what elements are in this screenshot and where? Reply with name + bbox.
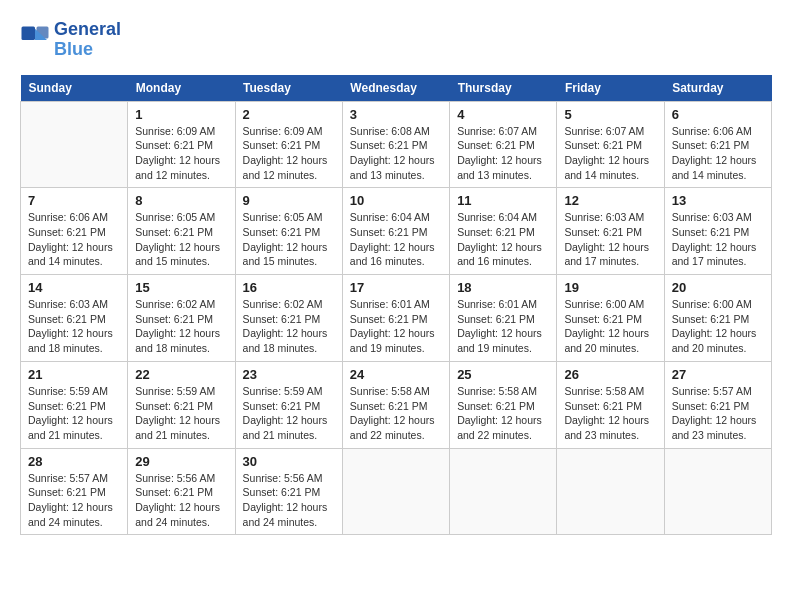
day-info: Sunrise: 5:58 AMSunset: 6:21 PMDaylight:… [350, 384, 442, 443]
day-number: 6 [672, 107, 764, 122]
day-info: Sunrise: 6:08 AMSunset: 6:21 PMDaylight:… [350, 124, 442, 183]
calendar-cell: 21Sunrise: 5:59 AMSunset: 6:21 PMDayligh… [21, 361, 128, 448]
calendar-cell: 24Sunrise: 5:58 AMSunset: 6:21 PMDayligh… [342, 361, 449, 448]
calendar-cell: 14Sunrise: 6:03 AMSunset: 6:21 PMDayligh… [21, 275, 128, 362]
svg-rect-0 [22, 26, 36, 40]
day-info: Sunrise: 6:06 AMSunset: 6:21 PMDaylight:… [672, 124, 764, 183]
calendar-week-row: 14Sunrise: 6:03 AMSunset: 6:21 PMDayligh… [21, 275, 772, 362]
calendar-cell [21, 101, 128, 188]
calendar-table: SundayMondayTuesdayWednesdayThursdayFrid… [20, 75, 772, 536]
day-number: 25 [457, 367, 549, 382]
day-number: 16 [243, 280, 335, 295]
calendar-cell: 29Sunrise: 5:56 AMSunset: 6:21 PMDayligh… [128, 448, 235, 535]
calendar-cell [450, 448, 557, 535]
day-info: Sunrise: 6:02 AMSunset: 6:21 PMDaylight:… [243, 297, 335, 356]
day-number: 20 [672, 280, 764, 295]
day-number: 17 [350, 280, 442, 295]
day-number: 27 [672, 367, 764, 382]
calendar-cell: 12Sunrise: 6:03 AMSunset: 6:21 PMDayligh… [557, 188, 664, 275]
weekday-header: Monday [128, 75, 235, 102]
day-info: Sunrise: 5:56 AMSunset: 6:21 PMDaylight:… [243, 471, 335, 530]
calendar-cell: 9Sunrise: 6:05 AMSunset: 6:21 PMDaylight… [235, 188, 342, 275]
day-info: Sunrise: 6:03 AMSunset: 6:21 PMDaylight:… [564, 210, 656, 269]
day-number: 28 [28, 454, 120, 469]
calendar-cell: 22Sunrise: 5:59 AMSunset: 6:21 PMDayligh… [128, 361, 235, 448]
day-info: Sunrise: 5:56 AMSunset: 6:21 PMDaylight:… [135, 471, 227, 530]
calendar-cell: 16Sunrise: 6:02 AMSunset: 6:21 PMDayligh… [235, 275, 342, 362]
day-number: 15 [135, 280, 227, 295]
day-info: Sunrise: 5:57 AMSunset: 6:21 PMDaylight:… [28, 471, 120, 530]
day-number: 2 [243, 107, 335, 122]
day-info: Sunrise: 6:09 AMSunset: 6:21 PMDaylight:… [135, 124, 227, 183]
calendar-cell: 7Sunrise: 6:06 AMSunset: 6:21 PMDaylight… [21, 188, 128, 275]
calendar-week-row: 7Sunrise: 6:06 AMSunset: 6:21 PMDaylight… [21, 188, 772, 275]
calendar-cell: 23Sunrise: 5:59 AMSunset: 6:21 PMDayligh… [235, 361, 342, 448]
day-info: Sunrise: 6:01 AMSunset: 6:21 PMDaylight:… [457, 297, 549, 356]
calendar-week-row: 28Sunrise: 5:57 AMSunset: 6:21 PMDayligh… [21, 448, 772, 535]
day-info: Sunrise: 5:58 AMSunset: 6:21 PMDaylight:… [564, 384, 656, 443]
calendar-cell: 8Sunrise: 6:05 AMSunset: 6:21 PMDaylight… [128, 188, 235, 275]
calendar-cell: 17Sunrise: 6:01 AMSunset: 6:21 PMDayligh… [342, 275, 449, 362]
weekday-header: Tuesday [235, 75, 342, 102]
day-number: 14 [28, 280, 120, 295]
day-info: Sunrise: 6:01 AMSunset: 6:21 PMDaylight:… [350, 297, 442, 356]
day-info: Sunrise: 6:02 AMSunset: 6:21 PMDaylight:… [135, 297, 227, 356]
day-number: 10 [350, 193, 442, 208]
day-info: Sunrise: 5:59 AMSunset: 6:21 PMDaylight:… [135, 384, 227, 443]
day-info: Sunrise: 6:03 AMSunset: 6:21 PMDaylight:… [672, 210, 764, 269]
calendar-cell: 13Sunrise: 6:03 AMSunset: 6:21 PMDayligh… [664, 188, 771, 275]
calendar-cell: 25Sunrise: 5:58 AMSunset: 6:21 PMDayligh… [450, 361, 557, 448]
logo-icon [20, 25, 50, 55]
day-number: 23 [243, 367, 335, 382]
calendar-cell: 11Sunrise: 6:04 AMSunset: 6:21 PMDayligh… [450, 188, 557, 275]
calendar-cell: 19Sunrise: 6:00 AMSunset: 6:21 PMDayligh… [557, 275, 664, 362]
page-header: General Blue [20, 20, 772, 60]
calendar-cell: 18Sunrise: 6:01 AMSunset: 6:21 PMDayligh… [450, 275, 557, 362]
day-number: 19 [564, 280, 656, 295]
calendar-header: SundayMondayTuesdayWednesdayThursdayFrid… [21, 75, 772, 102]
day-info: Sunrise: 6:04 AMSunset: 6:21 PMDaylight:… [457, 210, 549, 269]
calendar-cell: 2Sunrise: 6:09 AMSunset: 6:21 PMDaylight… [235, 101, 342, 188]
day-number: 3 [350, 107, 442, 122]
calendar-cell: 30Sunrise: 5:56 AMSunset: 6:21 PMDayligh… [235, 448, 342, 535]
day-number: 22 [135, 367, 227, 382]
calendar-week-row: 21Sunrise: 5:59 AMSunset: 6:21 PMDayligh… [21, 361, 772, 448]
day-info: Sunrise: 6:06 AMSunset: 6:21 PMDaylight:… [28, 210, 120, 269]
calendar-week-row: 1Sunrise: 6:09 AMSunset: 6:21 PMDaylight… [21, 101, 772, 188]
calendar-cell: 3Sunrise: 6:08 AMSunset: 6:21 PMDaylight… [342, 101, 449, 188]
calendar-cell: 10Sunrise: 6:04 AMSunset: 6:21 PMDayligh… [342, 188, 449, 275]
day-info: Sunrise: 5:59 AMSunset: 6:21 PMDaylight:… [243, 384, 335, 443]
day-info: Sunrise: 6:03 AMSunset: 6:21 PMDaylight:… [28, 297, 120, 356]
day-number: 7 [28, 193, 120, 208]
day-number: 12 [564, 193, 656, 208]
day-info: Sunrise: 6:04 AMSunset: 6:21 PMDaylight:… [350, 210, 442, 269]
calendar-cell: 1Sunrise: 6:09 AMSunset: 6:21 PMDaylight… [128, 101, 235, 188]
day-number: 29 [135, 454, 227, 469]
calendar-cell [557, 448, 664, 535]
calendar-cell [664, 448, 771, 535]
day-number: 13 [672, 193, 764, 208]
calendar-cell: 20Sunrise: 6:00 AMSunset: 6:21 PMDayligh… [664, 275, 771, 362]
day-info: Sunrise: 6:07 AMSunset: 6:21 PMDaylight:… [564, 124, 656, 183]
day-info: Sunrise: 5:57 AMSunset: 6:21 PMDaylight:… [672, 384, 764, 443]
logo: General Blue [20, 20, 121, 60]
weekday-header: Friday [557, 75, 664, 102]
day-info: Sunrise: 5:58 AMSunset: 6:21 PMDaylight:… [457, 384, 549, 443]
day-info: Sunrise: 6:00 AMSunset: 6:21 PMDaylight:… [672, 297, 764, 356]
calendar-cell [342, 448, 449, 535]
calendar-cell: 5Sunrise: 6:07 AMSunset: 6:21 PMDaylight… [557, 101, 664, 188]
day-number: 30 [243, 454, 335, 469]
calendar-cell: 15Sunrise: 6:02 AMSunset: 6:21 PMDayligh… [128, 275, 235, 362]
calendar-cell: 4Sunrise: 6:07 AMSunset: 6:21 PMDaylight… [450, 101, 557, 188]
day-number: 4 [457, 107, 549, 122]
calendar-cell: 27Sunrise: 5:57 AMSunset: 6:21 PMDayligh… [664, 361, 771, 448]
day-number: 24 [350, 367, 442, 382]
day-number: 11 [457, 193, 549, 208]
weekday-header: Saturday [664, 75, 771, 102]
calendar-cell: 28Sunrise: 5:57 AMSunset: 6:21 PMDayligh… [21, 448, 128, 535]
day-number: 21 [28, 367, 120, 382]
day-number: 26 [564, 367, 656, 382]
day-info: Sunrise: 6:05 AMSunset: 6:21 PMDaylight:… [243, 210, 335, 269]
weekday-header: Sunday [21, 75, 128, 102]
day-number: 8 [135, 193, 227, 208]
